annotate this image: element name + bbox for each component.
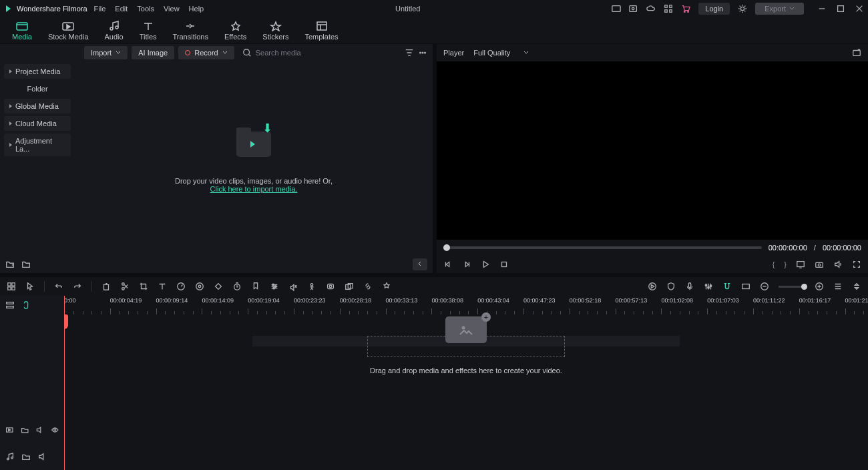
mark-in-icon[interactable]: { <box>773 260 775 268</box>
motion-icon[interactable] <box>307 282 316 291</box>
tab-titles[interactable]: Titles <box>140 21 157 43</box>
menu-edit[interactable]: Edit <box>115 5 128 13</box>
play-icon[interactable] <box>481 260 490 269</box>
snapshot-icon[interactable] <box>852 48 861 57</box>
menu-tools[interactable]: Tools <box>137 5 154 13</box>
search-input[interactable] <box>256 49 397 57</box>
sidebar-item-project-media[interactable]: Project Media <box>4 64 71 79</box>
group-icon[interactable] <box>345 282 354 291</box>
placeholder-thumb[interactable] <box>445 316 487 343</box>
audio-detach-icon[interactable] <box>288 282 298 291</box>
quality-dropdown[interactable]: Full Quality <box>473 49 529 57</box>
sidebar-item-cloud-media[interactable]: Cloud Media <box>4 116 71 131</box>
timeline-drop-zone[interactable] <box>367 336 565 357</box>
track-manager-icon[interactable] <box>5 300 15 310</box>
playhead[interactable] <box>64 296 65 470</box>
select-tool-icon[interactable] <box>7 282 16 291</box>
speed-icon[interactable] <box>176 282 186 291</box>
shield-icon[interactable] <box>666 282 676 291</box>
render-icon[interactable] <box>648 282 657 291</box>
menu-view[interactable]: View <box>164 5 180 13</box>
volume-icon[interactable] <box>833 260 843 269</box>
new-folder-icon[interactable] <box>5 260 15 269</box>
close-icon[interactable] <box>855 4 864 13</box>
folder-sm-icon[interactable] <box>21 425 29 435</box>
delete-icon[interactable] <box>101 282 111 291</box>
sidebar-item-folder[interactable]: Folder <box>4 81 71 96</box>
effects-tl-icon[interactable] <box>382 282 391 291</box>
tab-audio[interactable]: Audio <box>105 21 124 43</box>
marker-icon[interactable] <box>251 282 260 291</box>
duration-icon[interactable] <box>232 282 242 291</box>
zoom-out-icon[interactable] <box>760 282 769 291</box>
zoom-slider[interactable] <box>779 286 805 288</box>
tab-stock-media[interactable]: Stock Media <box>48 21 89 43</box>
mute-audio-icon[interactable] <box>37 452 47 461</box>
track-height-icon[interactable] <box>833 282 843 291</box>
text-icon[interactable] <box>158 282 167 291</box>
cloud-icon[interactable] <box>646 4 656 13</box>
menu-file[interactable]: File <box>94 5 106 13</box>
time-ruler[interactable]: 0:0000:00:04:1900:00:09:1400:00:14:0900:… <box>64 296 868 314</box>
tab-effects[interactable]: Effects <box>224 21 246 43</box>
layout-icon[interactable] <box>612 4 621 13</box>
svg-point-19 <box>422 52 423 53</box>
svg-marker-13 <box>67 25 70 29</box>
settings-icon[interactable] <box>738 4 747 13</box>
cursor-tool-icon[interactable] <box>25 282 35 291</box>
filter-icon[interactable] <box>405 48 414 57</box>
maximize-icon[interactable] <box>836 4 845 13</box>
import-button[interactable]: Import <box>84 46 128 59</box>
sidebar-item-global-media[interactable]: Global Media <box>4 99 71 113</box>
zoom-in-icon[interactable] <box>815 282 824 291</box>
undo-icon[interactable] <box>54 282 63 291</box>
scrub-track[interactable] <box>443 246 762 249</box>
crop-icon[interactable] <box>139 282 148 291</box>
redo-icon[interactable] <box>73 282 82 291</box>
snap-icon[interactable] <box>722 282 732 291</box>
record-button[interactable]: Record <box>178 46 234 59</box>
color-icon[interactable] <box>195 282 204 291</box>
media-drop-area[interactable]: ⬇ Drop your video clips, images, or audi… <box>75 61 433 256</box>
collapse-sidebar-button[interactable] <box>413 258 427 270</box>
stop-icon[interactable] <box>499 260 509 269</box>
zoom-fit-icon[interactable] <box>852 282 861 291</box>
mixer-icon[interactable] <box>704 282 713 291</box>
record-screen-icon[interactable] <box>629 4 638 13</box>
folder-sm2-icon[interactable] <box>21 452 31 461</box>
tab-stickers[interactable]: Stickers <box>262 21 288 43</box>
video-viewer[interactable] <box>437 61 868 240</box>
prev-frame-icon[interactable] <box>443 260 453 269</box>
adjust-icon[interactable] <box>270 282 279 291</box>
mask-icon[interactable] <box>326 282 335 291</box>
display-icon[interactable] <box>796 260 805 269</box>
cart-icon[interactable] <box>681 4 690 13</box>
link-icon[interactable] <box>363 282 373 291</box>
visibility-icon[interactable] <box>51 425 59 435</box>
mute-video-icon[interactable] <box>35 425 44 435</box>
svg-rect-53 <box>7 306 14 308</box>
mic-icon[interactable] <box>685 282 694 291</box>
camera-icon[interactable] <box>815 260 824 269</box>
tab-transitions[interactable]: Transitions <box>173 21 208 43</box>
timeline-tracks[interactable]: 0:0000:00:04:1900:00:09:1400:00:14:0900:… <box>64 296 868 470</box>
split-icon[interactable] <box>120 282 130 291</box>
next-frame-icon[interactable] <box>462 260 471 269</box>
folder-icon[interactable] <box>21 260 31 269</box>
import-media-link[interactable]: Click here to import media. <box>210 185 298 193</box>
login-button[interactable]: Login <box>698 3 730 15</box>
apps-icon[interactable] <box>664 4 673 13</box>
keyframe-icon[interactable] <box>214 282 223 291</box>
export-button[interactable]: Export <box>755 3 804 15</box>
mark-out-icon[interactable]: } <box>784 260 787 268</box>
fullscreen-icon[interactable] <box>852 260 861 269</box>
ai-image-button[interactable]: AI Image <box>132 46 174 59</box>
auto-ripple-icon[interactable] <box>21 300 31 310</box>
menu-help[interactable]: Help <box>189 5 204 13</box>
tab-media[interactable]: Media <box>12 21 32 43</box>
tab-templates[interactable]: Templates <box>304 21 338 43</box>
minimize-icon[interactable] <box>817 4 827 13</box>
sidebar-item-adjustment-layer[interactable]: Adjustment La... <box>4 134 71 156</box>
aspect-icon[interactable] <box>741 282 750 291</box>
more-icon[interactable] <box>418 48 427 57</box>
